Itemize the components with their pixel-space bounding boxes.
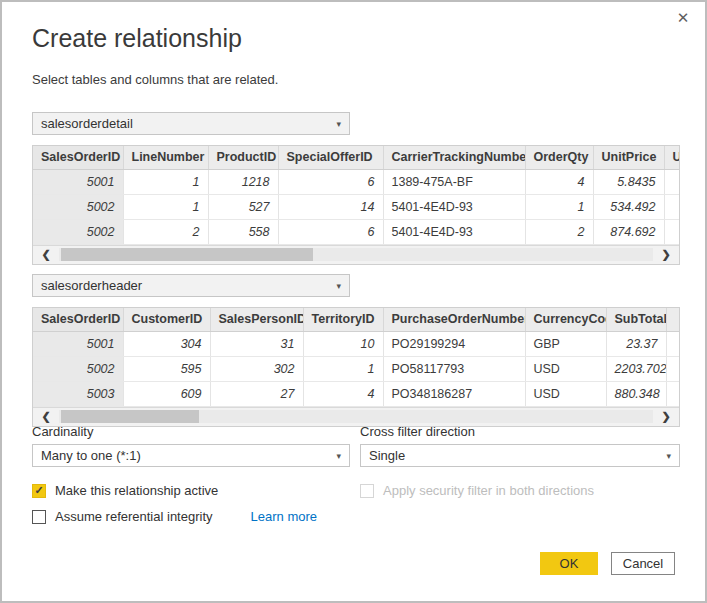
lower-table-select[interactable]: salesorderheader ▾ <box>32 274 350 297</box>
lower-table-select-value: salesorderheader <box>41 278 142 293</box>
column-header-linenumber[interactable]: LineNumber <box>123 146 208 169</box>
cell[interactable]: 1389-475A-BF <box>383 169 525 194</box>
cell[interactable]: 1218 <box>208 169 278 194</box>
ok-button[interactable]: OK <box>540 552 598 575</box>
scrollbar-thumb[interactable] <box>61 410 199 423</box>
column-header-carriertrackingnumber[interactable]: CarrierTrackingNumber <box>383 146 525 169</box>
cell[interactable]: 2203.702 <box>606 356 666 381</box>
cell[interactable]: 874.692 <box>593 219 664 244</box>
cardinality-select-value: Many to one (*:1) <box>41 448 141 463</box>
cell[interactable]: 880.348 <box>606 381 666 406</box>
cell[interactable]: 23.37 <box>606 331 666 356</box>
cell[interactable]: 6 <box>278 169 383 194</box>
lower-table-grid: SalesOrderID CustomerID SalesPersonID Te… <box>32 307 680 427</box>
cell[interactable]: USD <box>525 381 606 406</box>
cell[interactable]: 2 <box>123 219 208 244</box>
cell[interactable]: PO58117793 <box>383 356 525 381</box>
cell[interactable]: 6 <box>278 219 383 244</box>
cell[interactable] <box>666 331 679 356</box>
cell[interactable]: PO29199294 <box>383 331 525 356</box>
cell[interactable] <box>664 219 679 244</box>
dialog-title: Create relationship <box>32 24 242 53</box>
apply-security-filter-checkbox <box>360 484 374 498</box>
cell[interactable]: 5002 <box>33 194 123 219</box>
table-row: 5002 1 527 14 5401-4E4D-93 1 534.492 <box>33 194 679 219</box>
column-header-purchaseordernumber[interactable]: PurchaseOrderNumber <box>383 308 525 331</box>
column-header-orderqty[interactable]: OrderQty <box>525 146 593 169</box>
column-header-salespersonid[interactable]: SalesPersonID <box>210 308 303 331</box>
cell[interactable]: 14 <box>278 194 383 219</box>
cell[interactable]: 5002 <box>33 219 123 244</box>
cell[interactable]: 10 <box>303 331 383 356</box>
upper-table-select[interactable]: salesorderdetail ▾ <box>32 112 350 135</box>
scrollbar-track[interactable] <box>59 248 653 261</box>
cell[interactable]: 5401-4E4D-93 <box>383 194 525 219</box>
learn-more-link[interactable]: Learn more <box>251 509 317 524</box>
cancel-button[interactable]: Cancel <box>611 552 675 575</box>
chevron-down-icon: ▾ <box>336 119 341 129</box>
column-header-productid[interactable]: ProductID <box>208 146 278 169</box>
column-header-territoryid[interactable]: TerritoryID <box>303 308 383 331</box>
column-header-salesorderid[interactable]: SalesOrderID <box>33 308 123 331</box>
cell[interactable] <box>664 169 679 194</box>
cell[interactable]: 2 <box>525 219 593 244</box>
column-header-unitprice[interactable]: UnitPrice <box>593 146 664 169</box>
chevron-down-icon: ▾ <box>336 451 341 461</box>
cell[interactable]: 5401-4E4D-93 <box>383 219 525 244</box>
make-relationship-active-checkbox[interactable]: ✓ <box>32 484 46 498</box>
cell[interactable] <box>666 356 679 381</box>
cell[interactable]: 609 <box>123 381 210 406</box>
header-row: SalesOrderID CustomerID SalesPersonID Te… <box>33 308 679 331</box>
table-row: 5001 304 31 10 PO29199294 GBP 23.37 <box>33 331 679 356</box>
cell[interactable]: 527 <box>208 194 278 219</box>
cell[interactable]: 595 <box>123 356 210 381</box>
cardinality-select[interactable]: Many to one (*:1) ▾ <box>32 444 350 467</box>
cell[interactable]: 4 <box>303 381 383 406</box>
cell[interactable]: 5001 <box>33 331 123 356</box>
cell[interactable]: 5002 <box>33 356 123 381</box>
cell[interactable]: 1 <box>123 169 208 194</box>
scroll-left-icon[interactable]: ❮ <box>33 245 59 264</box>
cell[interactable]: GBP <box>525 331 606 356</box>
cell[interactable]: 304 <box>123 331 210 356</box>
cell[interactable] <box>664 194 679 219</box>
column-header-subtotal[interactable]: SubTotal <box>606 308 666 331</box>
cell[interactable]: 302 <box>210 356 303 381</box>
header-row: SalesOrderID LineNumber ProductID Specia… <box>33 146 679 169</box>
cell[interactable]: 1 <box>303 356 383 381</box>
cardinality-label: Cardinality <box>32 424 93 439</box>
cross-filter-direction-label: Cross filter direction <box>360 424 475 439</box>
create-relationship-dialog: ✕ Create relationship Select tables and … <box>0 0 707 603</box>
cell[interactable]: 1 <box>123 194 208 219</box>
chevron-down-icon: ▾ <box>666 451 671 461</box>
cell[interactable]: PO348186287 <box>383 381 525 406</box>
assume-referential-integrity-checkbox[interactable] <box>32 510 46 524</box>
cell[interactable]: 5.8435 <box>593 169 664 194</box>
cell[interactable]: USD <box>525 356 606 381</box>
close-icon[interactable]: ✕ <box>673 8 693 28</box>
table-row: 5002 595 302 1 PO58117793 USD 2203.702 <box>33 356 679 381</box>
cell[interactable] <box>666 381 679 406</box>
cell[interactable]: 1 <box>525 194 593 219</box>
scrollbar-track[interactable] <box>59 410 653 423</box>
cell[interactable]: 5003 <box>33 381 123 406</box>
cell[interactable]: 4 <box>525 169 593 194</box>
cell[interactable]: 534.492 <box>593 194 664 219</box>
cell[interactable]: 27 <box>210 381 303 406</box>
column-header-customerid[interactable]: CustomerID <box>123 308 210 331</box>
column-header-currencycode[interactable]: CurrencyCode <box>525 308 606 331</box>
dialog-subtitle: Select tables and columns that are relat… <box>32 72 278 87</box>
upper-table-hscrollbar: ❮ ❯ <box>33 245 679 264</box>
column-header-specialofferid[interactable]: SpecialOfferID <box>278 146 383 169</box>
table-row: 5001 1 1218 6 1389-475A-BF 4 5.8435 <box>33 169 679 194</box>
cell[interactable]: 5001 <box>33 169 123 194</box>
cross-filter-direction-select[interactable]: Single ▾ <box>360 444 680 467</box>
column-header-partial[interactable] <box>666 308 679 331</box>
column-header-partial[interactable]: U <box>664 146 679 169</box>
scrollbar-thumb[interactable] <box>61 248 313 261</box>
make-relationship-active-label: Make this relationship active <box>55 483 218 498</box>
scroll-right-icon[interactable]: ❯ <box>653 245 679 264</box>
cell[interactable]: 31 <box>210 331 303 356</box>
cell[interactable]: 558 <box>208 219 278 244</box>
column-header-salesorderid[interactable]: SalesOrderID <box>33 146 123 169</box>
